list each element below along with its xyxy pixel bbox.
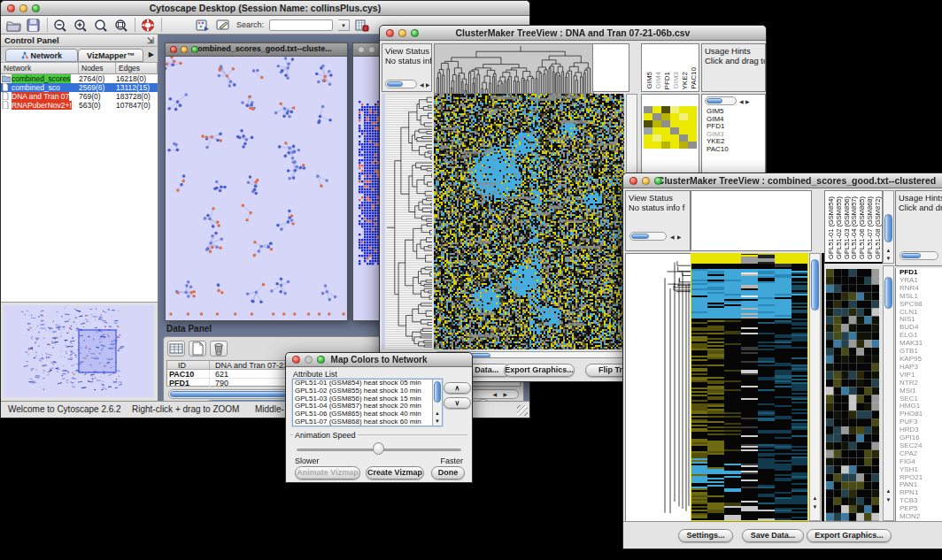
tv2-gene-label[interactable]: MON2 [898, 513, 923, 521]
tv2-summary-heatmap[interactable] [826, 269, 879, 521]
scroll-up-icon[interactable]: ▲ [810, 495, 820, 501]
tv2-hints-scrollbar[interactable] [900, 251, 938, 260]
tv1-export-graphics-button[interactable]: Export Graphics... [504, 364, 575, 377]
move-down-button[interactable]: ∨ [444, 397, 471, 409]
tv2-left-dendrogram[interactable] [625, 253, 692, 523]
tab-vizmapper[interactable]: VizMapper™ [78, 49, 143, 62]
network-graph-canvas[interactable] [166, 57, 347, 320]
attribute-list-item[interactable]: GPL51-07 (GSM868) heat shock 60 min [293, 418, 442, 426]
minimize-icon[interactable] [305, 356, 313, 364]
scroll-up-icon[interactable]: ▲ [884, 488, 893, 494]
close-icon[interactable] [7, 4, 15, 12]
scroll-left-icon[interactable]: ◀ [739, 98, 744, 105]
zoom-fit-icon[interactable] [94, 19, 109, 32]
zoom-out-icon[interactable] [53, 19, 68, 32]
scroll-left-icon[interactable]: ◀ [420, 81, 424, 88]
attribute-table-icon[interactable] [167, 341, 185, 357]
scroll-right-icon[interactable]: ▶ [677, 234, 682, 241]
close-icon[interactable] [170, 46, 177, 53]
search-input[interactable] [269, 19, 333, 31]
create-vizmap-button[interactable]: Create Vizmap [366, 466, 424, 479]
lifesaver-icon[interactable] [141, 19, 156, 32]
zoom-selected-icon[interactable] [114, 19, 129, 32]
network-table-row[interactable]: combined_scores2764(0)16218(0) [1, 74, 158, 83]
tv1-gene-scrollbar[interactable] [705, 96, 737, 105]
tv2-status-scrollbar[interactable] [629, 232, 667, 241]
tv1-status-scrollbar[interactable] [385, 80, 417, 88]
close-icon[interactable] [292, 356, 300, 364]
zoom-icon[interactable] [191, 46, 198, 53]
slider-thumb[interactable] [373, 442, 384, 455]
zoom-icon[interactable] [32, 4, 40, 12]
done-button[interactable]: Done [431, 466, 465, 479]
network-table-row[interactable]: RNAPuberNov2+!563(0)107847(0) [1, 101, 158, 110]
network-view-titlebar[interactable]: combined_scores_good.txt--cluste... [166, 43, 347, 57]
matrix-cell [670, 120, 679, 127]
tv2-summary-vscrollbar[interactable]: ▲ ▼ [883, 265, 894, 521]
tv2-labels-vscrollbar[interactable]: ▲ ▼ [883, 190, 894, 264]
tv1-correlation-matrix[interactable] [644, 106, 697, 149]
animation-speed-label: Animation Speed [293, 431, 358, 440]
resize-grip[interactable] [517, 405, 528, 416]
scroll-up-icon[interactable]: ▲ [884, 248, 893, 253]
zoom-in-icon[interactable] [73, 19, 89, 32]
network-table-header: Network Nodes Edges [1, 63, 158, 74]
scroll-right-icon[interactable]: ▶ [503, 391, 507, 397]
close-icon[interactable] [629, 177, 637, 185]
main-titlebar[interactable]: Cytoscape Desktop (Session Name: collins… [1, 1, 529, 16]
minimize-icon[interactable] [368, 46, 375, 53]
animate-vizmap-button[interactable]: Animate Vizmap [295, 466, 360, 479]
tv2-save-data-button[interactable]: Save Data... [742, 529, 804, 542]
save-icon[interactable] [27, 19, 42, 32]
search-dropdown-arrow[interactable]: ▼ [338, 19, 350, 31]
treeview1-titlebar[interactable]: ClusterMaker TreeView : DNA and Tran 07-… [380, 26, 766, 41]
new-attribute-icon[interactable] [189, 341, 206, 357]
network-table-row[interactable]: combined_sco2569(6)13112(15) [1, 83, 158, 92]
open-file-icon[interactable] [6, 19, 21, 32]
scroll-down-icon[interactable]: ▼ [433, 418, 442, 424]
delete-attribute-icon[interactable] [210, 341, 228, 357]
snapshot-icon[interactable] [196, 19, 211, 32]
scroll-right-icon[interactable]: ▶ [426, 81, 430, 88]
scroll-right-icon[interactable]: ▶ [745, 98, 750, 105]
tv1-heatmap[interactable] [434, 94, 624, 349]
minimize-icon[interactable] [181, 46, 188, 53]
tv2-heatmap[interactable] [691, 253, 808, 521]
scroll-down-icon[interactable]: ▼ [884, 256, 893, 261]
tab-network[interactable]: Network [5, 49, 78, 62]
attribute-list-scrollbar[interactable]: ▲ ▼ [432, 380, 442, 426]
tv1-top-dendrogram[interactable] [434, 43, 594, 94]
attribute-list[interactable]: GPL51-01 (GSM854) heat shock 05 minGPL51… [292, 379, 443, 426]
move-up-button[interactable]: ∧ [444, 382, 471, 394]
tv2-settings-button[interactable]: Settings... [678, 529, 733, 542]
scroll-down-icon[interactable]: ▼ [884, 497, 893, 502]
treeview2-titlebar[interactable]: ClusterMaker TreeView : combined_scores_… [623, 173, 942, 188]
network-table-row[interactable]: DNA and Tran 07769(0)183728(0) [1, 92, 158, 101]
zoom-icon[interactable] [317, 356, 325, 364]
dialog-titlebar[interactable]: Map Colors to Network [286, 353, 472, 367]
table-import-icon[interactable] [355, 19, 370, 32]
tv1-column-labels: GIM5GIM4PFD1GIM3YKE2PAC10 [641, 43, 699, 92]
scroll-down-icon[interactable]: ▼ [810, 504, 820, 510]
tv2-column-label: GPL51-07 (GSM868) [866, 196, 874, 259]
tv1-gene-label[interactable]: PAC10 [705, 146, 729, 154]
float-panel-icon[interactable]: ⇲ [147, 35, 154, 45]
scroll-up-icon[interactable]: ▲ [433, 410, 442, 416]
matrix-cell [652, 134, 661, 142]
tv2-export-graphics-button[interactable]: Export Graphics... [807, 529, 892, 542]
zoom-icon[interactable] [654, 177, 662, 185]
scroll-left-icon[interactable]: ◀ [670, 234, 675, 241]
tab-overflow-arrow[interactable]: ▶ [149, 50, 154, 58]
close-icon[interactable] [386, 29, 394, 37]
tv1-left-dendrogram[interactable] [385, 94, 432, 349]
birdseye-view[interactable] [4, 305, 154, 397]
tv2-heatmap-vscrollbar[interactable]: ▲ ▼ [809, 253, 821, 521]
minimize-icon[interactable] [19, 4, 27, 12]
tv2-column-label: GPL51-02 (GSM855) [835, 196, 843, 259]
close-icon[interactable] [358, 46, 365, 53]
annotation-icon[interactable] [216, 19, 231, 32]
minimize-icon[interactable] [642, 177, 650, 185]
zoom-icon[interactable] [411, 29, 419, 37]
minimize-icon[interactable] [398, 29, 406, 37]
scroll-left-icon[interactable]: ◀ [492, 391, 497, 397]
